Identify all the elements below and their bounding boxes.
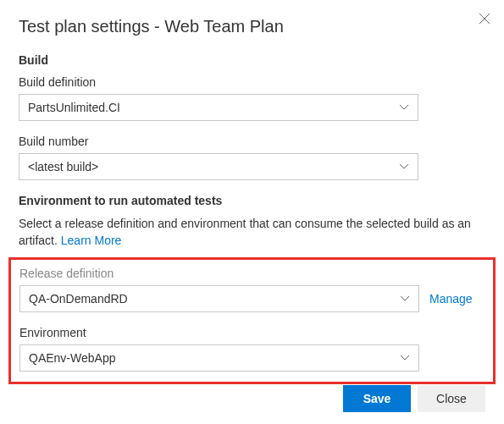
close-icon[interactable] (479, 12, 490, 29)
environment-description: Select a release definition and environm… (19, 216, 485, 249)
chevron-down-icon (400, 355, 410, 361)
build-number-value: <latest build> (28, 160, 98, 173)
learn-more-link[interactable]: Learn More (61, 234, 122, 247)
manage-link[interactable]: Manage (429, 292, 473, 306)
settings-dialog: Test plan settings - Web Team Plan Build… (0, 0, 504, 424)
environment-dropdown[interactable]: QAEnv-WebApp (19, 344, 419, 372)
build-definition-value: PartsUnlimited.CI (28, 101, 120, 114)
highlighted-area: Release definition QA-OnDemandRD Manage … (8, 257, 496, 384)
environment-label: Environment (19, 326, 485, 339)
chevron-down-icon (399, 163, 409, 170)
build-number-dropdown[interactable]: <latest build> (19, 153, 418, 180)
build-definition-label: Build definition (19, 75, 485, 89)
release-definition-dropdown[interactable]: QA-OnDemandRD (19, 285, 419, 312)
chevron-down-icon (399, 104, 409, 111)
release-definition-label: Release definition (19, 267, 485, 280)
chevron-down-icon (400, 295, 410, 302)
build-section-header: Build (19, 53, 485, 67)
environment-value: QAEnv-WebApp (29, 351, 115, 365)
close-button[interactable]: Close (418, 385, 485, 412)
release-definition-value: QA-OnDemandRD (29, 292, 128, 306)
save-button[interactable]: Save (343, 385, 411, 412)
build-number-label: Build number (19, 135, 485, 148)
dialog-actions: Save Close (343, 385, 485, 412)
build-definition-dropdown[interactable]: PartsUnlimited.CI (19, 94, 418, 121)
environment-section-header: Environment to run automated tests (19, 194, 485, 207)
dialog-title: Test plan settings - Web Team Plan (19, 17, 485, 36)
